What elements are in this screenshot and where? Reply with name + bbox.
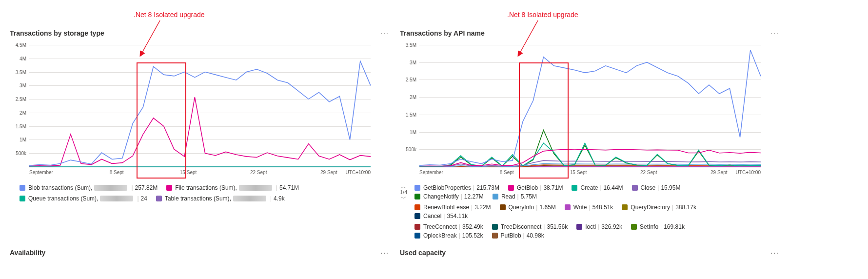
legend-value: 15.95M (661, 184, 680, 191)
more-menu-usedcap[interactable]: ··· (770, 249, 779, 257)
y-tick-label: 2M (20, 110, 26, 115)
legend-swatch (632, 185, 638, 191)
y-tick-label: 3M (410, 60, 416, 65)
legend-name: Close (641, 184, 656, 191)
legend-name: Write (573, 204, 587, 211)
x-tick-label: 29 Sept (320, 170, 337, 175)
legend-value: 105.52k (462, 232, 483, 239)
x-tick-label: September (29, 170, 53, 175)
legend-value: 16.44M (604, 184, 623, 191)
legend-value: 326.92k (601, 223, 622, 230)
legend-item[interactable]: PutBlob|40.98k (492, 232, 544, 239)
legend-item[interactable]: Write|548.51k (565, 204, 613, 211)
legend-item[interactable]: Close|15.95M (632, 184, 681, 191)
legend-item[interactable]: Read|5.75M (493, 193, 537, 200)
chevron-up-icon[interactable]: ︿ (400, 183, 407, 189)
more-menu-api[interactable]: ··· (770, 29, 779, 37)
x-tick-label: 15 Sept (180, 170, 197, 175)
y-tick-label: 3.5M (406, 42, 416, 48)
legend-swatch (572, 185, 577, 191)
chart-plot-storage[interactable]: 500k1M1.5M2M2.5M3M3.5M4M4.5MSeptember8 S… (29, 45, 371, 167)
legend-item[interactable]: SetInfo|169.81k (631, 223, 685, 230)
legend-item[interactable]: ChangeNotify|12.27M (414, 193, 484, 200)
legend-swatch (414, 224, 420, 230)
chart-title-availability: Availability (10, 249, 45, 257)
legend-item[interactable]: Cancel|354.11k (414, 213, 468, 219)
legend-item[interactable]: QueryInfo|1.65M (500, 204, 556, 211)
legend-swatch (20, 196, 25, 201)
legend-value: 354.11k (447, 213, 468, 219)
y-tick-label: 500k (406, 147, 416, 152)
legend-item[interactable]: Blob transactions (Sum), |257.82M (20, 184, 158, 191)
chart-plot-api[interactable]: 500k1M1.5M2M2.5M3M3.5MSeptember8 Sept15 … (419, 45, 761, 167)
legend-item[interactable]: Table transactions (Sum), |4.9k (156, 195, 285, 202)
legend-value: 3.22M (474, 204, 491, 211)
legend-swatch (500, 204, 506, 210)
more-menu-storage[interactable]: ··· (380, 29, 389, 37)
y-tick-label: 3M (20, 83, 26, 88)
legend-name: TreeDisconnect (501, 223, 542, 230)
legend-name: GetBlob (517, 184, 538, 191)
legend-item[interactable]: RenewBlobLease|3.22M (414, 204, 491, 211)
x-tick-label: 8 Sept (500, 170, 514, 175)
legend-item[interactable]: GetBlobProperties|215.73M (414, 184, 499, 191)
legend-name: Cancel (423, 213, 441, 219)
legend-value: 1.65M (539, 204, 555, 211)
legend-name: Ioctl (585, 223, 596, 230)
chart-title-usedcap: Used capacity (400, 249, 446, 257)
legend-redacted (239, 185, 272, 191)
legend-swatch (166, 185, 172, 191)
y-tick-label: 1.5M (16, 123, 26, 129)
chevron-down-icon[interactable]: ﹀ (400, 195, 407, 201)
y-tick-label: 2.5M (406, 77, 416, 82)
legend-name: Blob transactions (Sum) (28, 184, 91, 191)
y-tick-label: 3.5M (16, 69, 26, 75)
x-tick-label: 22 Sept (640, 170, 657, 175)
legend-redacted (100, 196, 133, 201)
legend-swatch (156, 196, 162, 201)
legend-name: File transactions (Sum) (175, 184, 235, 191)
legend-item[interactable]: TreeDisconnect|351.56k (492, 223, 568, 230)
legend-value: 169.81k (664, 223, 685, 230)
legend-item[interactable]: QueryDirectory|388.17k (622, 204, 696, 211)
legend-redacted (94, 185, 127, 191)
y-tick-label: 2M (410, 95, 416, 100)
y-tick-label: 500k (16, 151, 26, 156)
legend-redacted (233, 196, 266, 201)
legend-swatch (576, 224, 582, 230)
legend-item[interactable]: Create|16.44M (572, 184, 623, 191)
legend-pager[interactable]: ︿ 1/4 ﹀ (400, 183, 407, 201)
legend-swatch (565, 204, 571, 210)
legend-value: 12.27M (464, 193, 484, 200)
legend-value: 351.56k (547, 223, 568, 230)
legend-swatch (20, 185, 25, 191)
legend-name: PutBlob (501, 232, 521, 239)
legend-swatch (493, 194, 498, 199)
legend-name: Read (501, 193, 515, 200)
y-tick-label: 1M (20, 137, 26, 142)
legend-item[interactable]: Queue transactions (Sum), |24 (20, 195, 147, 202)
legend-item[interactable]: OplockBreak|105.52k (414, 232, 483, 239)
legend-value: 257.82M (135, 184, 158, 191)
y-tick-label: 1.5M (406, 112, 416, 117)
y-tick-label: 2.5M (16, 97, 26, 102)
legend-name: ChangeNotify (423, 193, 459, 200)
legend-item[interactable]: TreeConnect|352.49k (414, 223, 483, 230)
legend-item[interactable]: Ioctl|326.92k (576, 223, 622, 230)
legend-swatch (414, 213, 420, 219)
legend-value: 4.9k (274, 195, 285, 202)
legend-swatch (414, 185, 420, 191)
legend-value: 5.75M (521, 193, 537, 200)
legend-value: 352.49k (462, 223, 483, 230)
chart-title-storage: Transactions by storage type (10, 29, 104, 37)
legend-name: OplockBreak (423, 232, 457, 239)
timezone-label: UTC+10:00 (346, 170, 371, 175)
legend-name: Create (580, 184, 598, 191)
legend-name: Table transactions (Sum) (165, 195, 230, 202)
y-tick-label: 1M (410, 129, 416, 135)
legend-item[interactable]: File transactions (Sum), |54.71M (166, 184, 299, 191)
chart-title-api: Transactions by API name (400, 29, 485, 37)
more-menu-availability[interactable]: ··· (380, 249, 389, 257)
legend-value: 215.73M (476, 184, 499, 191)
legend-item[interactable]: GetBlob|38.71M (508, 184, 563, 191)
